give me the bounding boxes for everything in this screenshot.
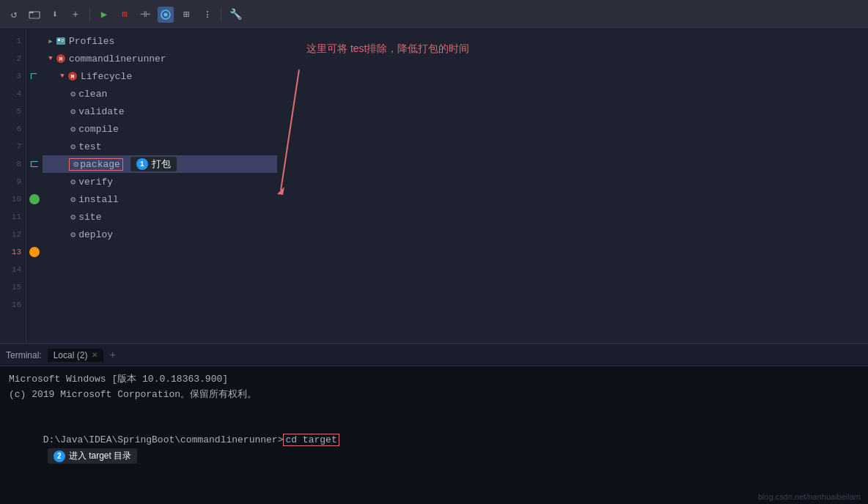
line-8: 8 [0, 155, 26, 173]
profiles-label: Profiles [69, 36, 114, 47]
tree-compile[interactable]: ⚙ compile [43, 120, 277, 138]
deploy-gear-icon: ⚙ [70, 229, 76, 240]
install-gear-icon: ⚙ [70, 194, 76, 205]
compile-gear-icon: ⚙ [70, 124, 76, 135]
run-icon[interactable]: ▶ [96, 7, 112, 23]
download-icon[interactable]: ⬇ [47, 7, 63, 23]
callout1-label: 打包 [152, 158, 171, 171]
side-icons [26, 29, 43, 343]
line-14: 14 [0, 261, 26, 278]
add-icon[interactable]: + [67, 7, 84, 23]
side-row-1 [26, 32, 43, 50]
svg-line-12 [281, 70, 299, 190]
verify-gear-icon: ⚙ [70, 177, 76, 188]
grid-icon[interactable]: ⊞ [178, 7, 194, 23]
side-row-8 [26, 190, 43, 208]
line-13: 13 [0, 243, 26, 261]
validate-gear-icon: ⚙ [70, 106, 76, 117]
commandlinerunner-arrow: ▼ [45, 53, 56, 64]
callout-area: 这里可将 test排除，降低打包的时间 [277, 29, 868, 343]
svg-text:M: M [71, 73, 75, 80]
orange-dot [29, 247, 40, 257]
commandlinerunner-icon: M [56, 53, 66, 64]
tree-panel: ▶ Profiles ▼ M commandlinerunner [43, 29, 277, 343]
tree-validate[interactable]: ⚙ validate [43, 103, 277, 120]
lifecycle-arrow: ▼ [57, 71, 67, 81]
side-row-4 [26, 85, 43, 103]
maven-icon[interactable]: m [117, 7, 133, 23]
svg-marker-13 [277, 187, 284, 195]
tree-profiles[interactable]: ▶ Profiles [43, 32, 277, 50]
verify-label: verify [78, 177, 113, 188]
line-5: 5 [0, 103, 26, 120]
tree-lifecycle[interactable]: ▼ M Lifecycle [43, 67, 277, 85]
terminal-tab-close[interactable]: ✕ [92, 351, 98, 359]
line-1: 1 [0, 32, 26, 50]
split-icon[interactable]: ⫶ [199, 7, 215, 23]
lifecycle-label: Lifecycle [81, 71, 132, 82]
settings-icon[interactable]: 🔧 [227, 7, 243, 23]
annotation-arrow [277, 29, 868, 343]
tree-test[interactable]: ⚙ test [43, 138, 277, 155]
badge-1: 1 [136, 158, 148, 170]
commandlinerunner-label: commandlinerunner [69, 53, 166, 64]
open-icon[interactable] [26, 7, 43, 23]
package-label: package [80, 159, 120, 170]
refresh-icon[interactable]: ↺ [6, 7, 22, 23]
deploy-label: deploy [78, 229, 113, 240]
side-row-10 [26, 226, 43, 243]
separator1 [89, 8, 90, 21]
site-label: site [78, 212, 101, 223]
tree-verify[interactable]: ⚙ verify [43, 173, 277, 190]
profiles-icon [56, 36, 66, 46]
tree-install[interactable]: ⚙ install [43, 190, 277, 208]
tree-commandlinerunner[interactable]: ▼ M commandlinerunner [43, 50, 277, 67]
terminal-tabs: Terminal: Local (2) ✕ + [0, 344, 868, 366]
validate-label: validate [78, 106, 124, 117]
line-16: 16 [0, 296, 26, 314]
terminal-tab-local[interactable]: Local (2) ✕ [48, 349, 104, 362]
tree-package[interactable]: ⚙ package 1 打包 [43, 155, 277, 173]
terminal-tab-label: Local (2) [54, 350, 88, 360]
cd-command: cd target [283, 434, 339, 446]
terminal-section: Terminal: Local (2) ✕ + Microsoft Window… [0, 343, 868, 504]
terminal-prompt-1: D:\Java\IDEA\SpringBoot\commandlinerunne… [43, 434, 284, 445]
tree-clean[interactable]: ⚙ clean [43, 85, 277, 103]
svg-text:M: M [59, 56, 63, 62]
terminal-add-button[interactable]: + [109, 349, 115, 361]
line-12: 12 [0, 226, 26, 243]
terminal-line-5 [9, 480, 859, 495]
badge-2: 2 [54, 451, 65, 462]
package-gear-icon: ⚙ [73, 159, 78, 170]
sync-icon[interactable] [158, 7, 174, 23]
main-area: 1 2 3 4 5 6 7 8 9 10 11 12 13 14 15 16 [0, 29, 868, 343]
terminal-line-4: D:\Java\IDEA\SpringBoot\commandlinerunne… [9, 418, 859, 479]
line-3: 3 [0, 67, 26, 85]
profiles-arrow: ▶ [45, 36, 56, 46]
terminal-line-2: (c) 2019 Microsoft Corporation。保留所有权利。 [9, 388, 859, 403]
line-7: 7 [0, 138, 26, 155]
tree-site[interactable]: ⚙ site [43, 208, 277, 226]
side-row-3 [26, 67, 43, 85]
side-row-7 [26, 173, 43, 190]
line-9: 9 [0, 173, 26, 190]
side-row-2 [26, 50, 43, 67]
line-2: 2 [0, 50, 26, 67]
line-11: 11 [0, 208, 26, 226]
tree-deploy[interactable]: ⚙ deploy [43, 226, 277, 243]
lifecycle-icon: M [67, 71, 78, 81]
clean-label: clean [78, 89, 107, 100]
svg-point-3 [164, 12, 168, 16]
compile-label: compile [78, 124, 119, 135]
terminal-label: Terminal: [6, 350, 42, 360]
callout2-label: 进入 target 目录 [69, 449, 131, 463]
svg-rect-6 [62, 40, 64, 40]
skip-icon[interactable]: ⊣⊢ [137, 7, 153, 23]
watermark: blog.csdn.net/nanhuaibeiiam [758, 492, 861, 501]
line-4: 4 [0, 85, 26, 103]
green-dot [29, 194, 40, 204]
site-gear-icon: ⚙ [70, 212, 76, 223]
svg-rect-7 [62, 41, 63, 42]
side-row-5 [26, 103, 43, 155]
side-row-9 [26, 208, 43, 226]
